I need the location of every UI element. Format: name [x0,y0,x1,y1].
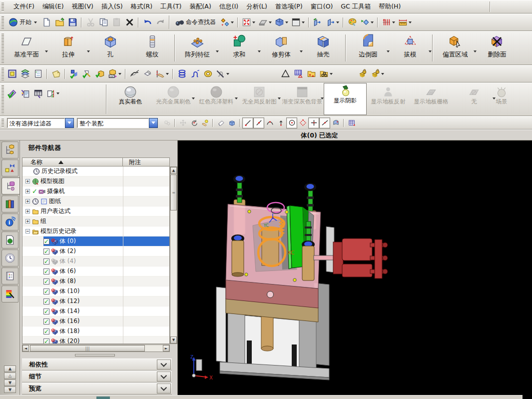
sphere-red-button[interactable]: 红色亮泽塑料 [195,84,238,114]
tree-row[interactable]: ✓体 (6) [22,266,169,276]
menu-item-8[interactable]: 分析(L) [242,2,271,12]
snap-intersection-button[interactable] [308,118,319,128]
resource-tab-constraint-navigator[interactable] [1,160,18,176]
trim-body-button[interactable]: 修剪体 [260,32,302,64]
checkbox-checked[interactable]: ✓ [43,278,49,284]
fit-view-button[interactable] [240,16,257,29]
vertical-scrollbar[interactable]: ▲ ≡ ▼ [170,166,177,344]
lamp-button[interactable]: 显示阴影 [324,83,367,115]
open-folder-button[interactable] [53,16,66,29]
erase-cube-button[interactable] [141,68,154,80]
checkbox-checked[interactable]: ✓ [43,318,49,324]
resource-tab-part-navigator[interactable] [1,178,20,194]
paste-button[interactable] [110,16,123,29]
toolbar-grip[interactable] [1,118,4,128]
checkbox-checked[interactable]: ✓ [43,258,49,264]
layer-grid-button[interactable] [31,87,44,100]
folder-circles-button[interactable] [318,68,334,80]
spring-off-button[interactable] [214,68,231,80]
command-finder-button[interactable]: 命令查找器 [172,16,219,29]
cube-check-button[interactable] [93,68,106,80]
layer-list-button[interactable] [31,68,44,80]
resource-tab-assembly-navigator[interactable] [1,142,18,158]
spring-core[interactable] [262,228,279,266]
tree-row[interactable]: 历史记录模式 [22,166,169,176]
triangle-button[interactable] [279,68,292,80]
menu-item-2[interactable]: 视图(V) [68,2,97,12]
save-button[interactable] [66,16,79,29]
redo-button[interactable] [154,16,167,29]
reflect-none-button[interactable]: 无全局反射图 [238,84,281,114]
expand-panel-button[interactable] [157,360,171,370]
resource-tab-web-browser[interactable]: i [1,214,18,230]
cut-button[interactable] [84,16,97,29]
checkbox-checked[interactable]: ✓ [43,288,49,294]
resource-tab-reuse-library[interactable] [1,196,18,212]
expand-icon[interactable]: + [25,179,30,184]
thread-button[interactable]: 螺纹 [131,32,173,64]
floor-grid-button[interactable]: 显示地板栅格 [410,84,453,114]
screw-head[interactable] [285,210,288,214]
resource-tab-system-clock[interactable] [1,250,18,266]
tree-row[interactable]: ✓体 (0) [22,236,169,246]
visual-diamonds-button[interactable] [219,16,235,29]
dim-hand-button[interactable] [154,68,170,80]
scroll-bottom-button[interactable]: ▼ [4,386,16,393]
offset-region-button[interactable]: 偏置区域 [434,32,476,64]
display-window-button[interactable] [5,68,18,80]
menu-item-5[interactable]: 工具(T) [156,2,185,12]
tree-row[interactable]: ✓体 (18) [22,326,169,336]
menu-item-0[interactable]: 文件(F) [9,2,38,12]
scroll-top-button[interactable]: ▲ [4,366,16,372]
measure-button[interactable] [397,16,413,29]
resource-tab-roles[interactable] [1,286,18,302]
expand-icon[interactable]: + [25,209,30,214]
tree-row[interactable]: −模型历史记录 [22,226,169,236]
menu-item-4[interactable]: 格式(R) [127,2,156,12]
type-filter-dropdown[interactable]: 没有选择过滤器 [7,118,74,128]
panel-splitter[interactable] [75,354,115,356]
render-style-button[interactable] [257,16,273,29]
graphics-viewport[interactable]: YC XC [178,140,532,395]
clip-section-button[interactable] [311,16,324,29]
resource-tab-process-notebook[interactable] [1,268,18,284]
checkbox-checked[interactable]: ✓ [43,328,49,334]
name-abc-button[interactable]: ABC [106,68,123,80]
menu-item-6[interactable]: 装配(A) [185,2,215,12]
toolbar-grip[interactable] [1,2,4,12]
toolbar-grip[interactable] [1,84,4,114]
hole-button[interactable]: 孔 [89,32,131,64]
expand-panel-button[interactable] [157,372,171,382]
expand-icon[interactable]: + [25,219,30,224]
plate-hole[interactable] [267,292,274,298]
section-line-button[interactable] [128,68,141,80]
coil-button[interactable] [175,68,188,80]
center-post-end[interactable] [261,346,273,351]
expand-icon[interactable]: + [25,189,30,194]
snap-move-button[interactable] [177,118,188,128]
collapse-icon[interactable]: − [25,229,30,234]
checkbox-checked[interactable]: ✓ [43,308,49,314]
hammer-check-button[interactable] [80,68,93,80]
tree-row[interactable]: +图纸 [22,196,169,206]
dropdown-arrow-button[interactable] [65,118,74,128]
menu-item-7[interactable]: 信息(I) [215,2,242,12]
snap-midpoint-button[interactable] [253,118,264,128]
column-note[interactable]: 附注 [123,158,169,166]
check-wrench-button[interactable] [5,87,18,100]
snap-center-button[interactable] [286,118,297,128]
checkbox-checked[interactable]: ✓ [43,268,49,274]
checkbox-checked[interactable]: ✓ [43,248,49,254]
scroll-up-button[interactable]: △ [4,372,16,379]
lock-cube-b-button[interactable] [369,68,386,80]
menu-item-1[interactable]: 编辑(E) [38,2,68,12]
scroll-up-button[interactable]: ▲ [170,167,177,174]
expand-panel-button[interactable] [157,384,171,394]
scroll-down-button[interactable]: ▼ [170,336,177,344]
background-window-button[interactable] [290,16,306,29]
checkbox-checked[interactable]: ✓ [43,298,49,304]
snap-point-on-line-button[interactable] [319,118,330,128]
tree-row[interactable]: +用户表达式 [22,206,169,216]
right-leg[interactable] [299,318,316,372]
menu-item-12[interactable]: 帮助(H) [375,2,405,12]
